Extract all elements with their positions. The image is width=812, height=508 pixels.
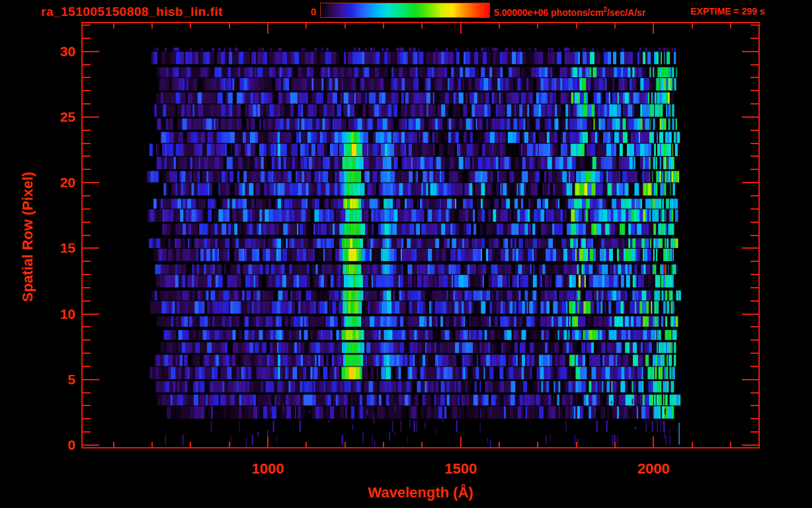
axis-tick bbox=[742, 314, 758, 315]
axis-tick bbox=[751, 169, 758, 170]
axis-tick bbox=[83, 38, 91, 39]
axis-tick bbox=[83, 247, 99, 249]
axis-tick bbox=[742, 182, 758, 183]
axis-tick bbox=[751, 339, 758, 341]
x-tick-label: 1500 bbox=[421, 460, 501, 478]
axis-tick bbox=[83, 405, 91, 406]
axis-tick bbox=[83, 261, 91, 262]
axis-tick bbox=[751, 103, 758, 105]
axis-tick bbox=[421, 23, 423, 28]
axis-tick bbox=[83, 64, 91, 65]
axis-tick bbox=[83, 431, 91, 433]
axis-tick bbox=[751, 208, 758, 210]
axis-tick bbox=[267, 23, 268, 34]
axis-tick bbox=[83, 418, 91, 419]
axis-tick bbox=[742, 51, 758, 52]
axis-tick bbox=[83, 24, 91, 26]
colorbar-gradient bbox=[320, 3, 490, 18]
axis-tick bbox=[83, 51, 99, 52]
axis-tick bbox=[751, 405, 758, 406]
y-tick-label: 20 bbox=[32, 175, 75, 190]
axis-tick bbox=[742, 116, 758, 118]
axis-tick bbox=[730, 442, 731, 447]
axis-tick bbox=[751, 130, 758, 131]
axis-tick bbox=[537, 23, 538, 28]
axis-tick bbox=[653, 23, 654, 34]
axis-tick bbox=[83, 169, 91, 170]
axis-tick bbox=[751, 235, 758, 236]
y-tick-label: 5 bbox=[32, 372, 75, 388]
axis-tick bbox=[383, 23, 384, 28]
axis-tick bbox=[151, 442, 153, 447]
plot-frame bbox=[81, 22, 760, 448]
axis-tick bbox=[83, 339, 91, 341]
axis-tick bbox=[460, 437, 462, 447]
axis-tick bbox=[151, 23, 153, 28]
axis-tick bbox=[83, 155, 91, 157]
axis-tick bbox=[576, 442, 577, 447]
axis-tick bbox=[83, 235, 91, 236]
axis-tick bbox=[305, 23, 307, 28]
axis-tick bbox=[751, 326, 758, 327]
colorbar-max-label: 5.00000e+06 photons/cm2/sec/A/sr bbox=[494, 6, 645, 18]
plot-window: ra_151005150808_hisb_lin.fit 0 5.00000e+… bbox=[0, 0, 812, 508]
axis-tick bbox=[751, 222, 758, 223]
axis-tick bbox=[692, 23, 693, 28]
axis-tick bbox=[751, 287, 758, 288]
axis-tick bbox=[751, 261, 758, 262]
axis-tick bbox=[751, 38, 758, 39]
axis-tick bbox=[83, 274, 91, 275]
axis-tick bbox=[83, 222, 91, 223]
axis-tick bbox=[83, 444, 99, 446]
axis-tick bbox=[83, 103, 91, 105]
axis-tick bbox=[751, 366, 758, 367]
axis-tick bbox=[421, 442, 423, 447]
axis-tick bbox=[751, 353, 758, 354]
axis-tick bbox=[751, 77, 758, 78]
axis-tick bbox=[742, 247, 758, 249]
axis-tick bbox=[751, 274, 758, 275]
axis-tick bbox=[614, 442, 616, 447]
axis-tick bbox=[751, 300, 758, 302]
colorbar-min-label: 0 bbox=[302, 6, 316, 17]
axis-tick bbox=[460, 23, 462, 34]
axis-tick bbox=[730, 23, 731, 28]
x-axis-title: Wavelength (Å) bbox=[321, 484, 520, 501]
y-tick-label: 15 bbox=[32, 240, 75, 256]
axis-tick bbox=[83, 392, 91, 394]
axis-tick bbox=[751, 24, 758, 26]
axis-tick bbox=[83, 379, 99, 380]
exptime-label: EXPTIME = 299 s bbox=[690, 6, 764, 17]
spectrogram-image bbox=[83, 23, 758, 447]
y-tick-label: 10 bbox=[32, 306, 75, 322]
x-tick-label: 1000 bbox=[228, 460, 307, 478]
y-axis-title: Spatial Row (Pixel) bbox=[19, 172, 36, 302]
y-tick-label: 30 bbox=[32, 44, 75, 60]
axis-tick bbox=[83, 326, 91, 327]
colorbar-max-units: /sec/A/sr bbox=[607, 7, 645, 18]
y-tick-label: 25 bbox=[32, 109, 75, 125]
axis-tick bbox=[83, 208, 91, 210]
axis-tick bbox=[653, 437, 654, 447]
axis-tick bbox=[113, 442, 114, 447]
axis-tick bbox=[83, 366, 91, 367]
axis-tick bbox=[345, 442, 346, 447]
x-tick-label: 2000 bbox=[614, 460, 693, 478]
colorbar-max-text: 5.00000e+06 photons/cm bbox=[494, 7, 603, 18]
y-tick-label: 0 bbox=[32, 437, 75, 453]
axis-tick bbox=[751, 418, 758, 419]
axis-tick bbox=[83, 287, 91, 288]
axis-tick bbox=[499, 442, 500, 447]
axis-tick bbox=[83, 143, 91, 144]
axis-tick bbox=[305, 442, 307, 447]
axis-tick bbox=[576, 23, 577, 28]
axis-tick bbox=[751, 143, 758, 144]
axis-tick bbox=[83, 90, 91, 91]
axis-tick bbox=[190, 23, 191, 28]
axis-tick bbox=[113, 23, 114, 28]
axis-tick bbox=[83, 300, 91, 302]
axis-tick bbox=[614, 23, 616, 28]
axis-tick bbox=[83, 353, 91, 354]
axis-tick bbox=[751, 431, 758, 433]
axis-tick bbox=[751, 64, 758, 65]
